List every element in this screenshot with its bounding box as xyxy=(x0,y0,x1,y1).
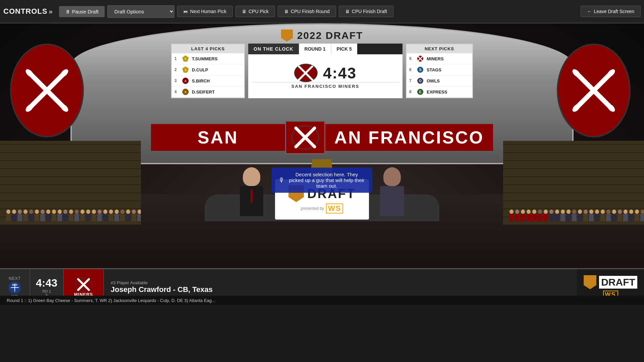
audience-figure xyxy=(86,209,91,221)
next-pick-5-name: MINERS xyxy=(427,56,444,61)
banner-left: SAN xyxy=(151,124,285,151)
audience-figure xyxy=(120,209,125,221)
ticker-text: Round 1 :: 1) Green Bay Cheese - Summers… xyxy=(0,298,215,303)
next-pick-5-icon xyxy=(417,55,424,62)
commentator-left-head xyxy=(243,167,260,186)
audience-figure xyxy=(572,209,577,221)
svg-text:A: A xyxy=(184,79,186,82)
bottom-bar: NEXT IND IND 4:43 RD 1 5 MINERS #3 Playe… xyxy=(0,268,644,305)
banner-right-text: AN FRANCISCO xyxy=(334,127,484,147)
bottom-round-label: RD 1 xyxy=(42,289,51,293)
audience-figure xyxy=(114,209,119,221)
audience-figure xyxy=(515,209,520,221)
audience-figure xyxy=(595,209,599,221)
next-picks-header: NEXT PICKS xyxy=(407,44,472,53)
draft-options-select[interactable]: Draft Options xyxy=(107,5,174,18)
clock-timer: 4:43 xyxy=(323,64,357,82)
draft-title-area: 2022 DRAFT xyxy=(281,29,363,42)
presented-by-text: presented by xyxy=(301,206,324,211)
audience-figure xyxy=(6,209,11,221)
svg-text:O: O xyxy=(419,79,422,83)
audience-figure xyxy=(532,209,537,221)
pick-row-2: 2 J D.CULP xyxy=(172,64,244,75)
clock-team-name: SAN FRANCISCO MINERS xyxy=(291,84,360,89)
audience-figure xyxy=(92,209,96,221)
audience-figure xyxy=(635,209,639,221)
monitor-icon: 🖥 xyxy=(242,9,247,14)
monitor2-icon: 🖥 xyxy=(284,9,289,14)
audience-figure xyxy=(640,209,644,221)
pick-2-icon: J xyxy=(182,66,189,73)
audience-figure xyxy=(80,209,85,221)
audience-figure xyxy=(103,209,108,221)
audience-figure xyxy=(57,209,62,221)
next-pick-7-icon: O xyxy=(417,77,424,84)
controls-text: CONTROLS xyxy=(3,7,47,16)
cpu-finish-round-button[interactable]: 🖥 CPU Finish Round xyxy=(278,6,336,17)
top-bar: CONTROLS » ⏸ Pause Draft Draft Options ⏭… xyxy=(0,0,644,23)
audience-figure xyxy=(35,209,39,221)
pause-button[interactable]: ⏸ Pause Draft xyxy=(59,6,105,17)
round-label: ROUND 1 xyxy=(299,44,331,54)
clock-miners-logo xyxy=(297,66,315,80)
next-pick-row-8: 8 E EXPRESS xyxy=(407,86,472,98)
bottom-timer: 4:43 xyxy=(36,277,57,289)
scoreboard: LAST 4 PICKS 1 T T.SUMMERS 2 J D.CULP 3 xyxy=(171,44,473,98)
player-available-label: #3 Player Available xyxy=(111,280,570,285)
audience-figure xyxy=(623,209,628,221)
pause-icon: ⏸ xyxy=(65,9,70,14)
audience-figure xyxy=(606,209,611,221)
audience-figure xyxy=(97,209,102,221)
bottom-draft-logo: DRAFT xyxy=(584,275,637,289)
audience-figure xyxy=(137,209,141,221)
audience-figure xyxy=(589,209,594,221)
clock-divider xyxy=(252,82,399,82)
audience-figure xyxy=(52,209,56,221)
banner-area: SAN AN FRANCISCO xyxy=(0,121,644,154)
audience-figure xyxy=(509,209,514,221)
audience-figure xyxy=(538,209,542,221)
svg-text:J: J xyxy=(185,68,186,71)
on-the-clock-label: ON THE CLOCK xyxy=(248,44,299,54)
svg-text:S: S xyxy=(184,90,186,94)
banner-center-logo xyxy=(285,121,325,154)
bottom-draft-text: DRAFT xyxy=(599,276,637,289)
cpu-finish-draft-button[interactable]: 🖥 CPU Finish Draft xyxy=(339,6,393,17)
audience-figure xyxy=(566,209,571,221)
player-name: Joseph Crawford - CB, Texas xyxy=(111,285,570,294)
pick-4-name: D.SEIFERT xyxy=(192,89,215,95)
audience-figure xyxy=(618,209,622,221)
draft-year-title: 2022 DRAFT xyxy=(297,30,363,41)
monitor3-icon: 🖥 xyxy=(345,9,350,14)
next-label: NEXT xyxy=(9,276,21,281)
audience-figure xyxy=(600,209,605,221)
last-picks-header: LAST 4 PICKS xyxy=(172,44,244,53)
pick-row-3: 3 A S.BIRCH xyxy=(172,75,244,86)
audience-figure xyxy=(40,209,45,221)
bottom-team-logo xyxy=(74,277,93,292)
leave-draft-button[interactable]: ← Leave Draft Screen xyxy=(581,6,641,17)
audience-figure xyxy=(23,209,28,221)
mic-icon: 🎙 xyxy=(278,177,284,184)
draft-presented-row: presented by WS xyxy=(301,203,343,214)
next-pick-7-name: OWLS xyxy=(427,78,440,83)
pick-4-icon: S xyxy=(182,88,189,96)
audience-figure xyxy=(555,209,559,221)
controls-label: CONTROLS » xyxy=(3,7,53,16)
right-team-logo xyxy=(567,69,621,112)
commentary-bubble: 🎙 Decent selection here. They picked up … xyxy=(272,168,372,193)
clock-body: 4:43 SAN FRANCISCO MINERS xyxy=(248,54,402,98)
banner-right: AN FRANCISCO xyxy=(325,124,493,151)
audience-figure xyxy=(74,209,79,221)
bottom-ticker: Round 1 :: 1) Green Bay Cheese - Summers… xyxy=(0,296,644,305)
bottom-shield-icon xyxy=(584,275,596,289)
banner-miners-logo xyxy=(290,124,320,151)
pick-label: PICK 5 xyxy=(331,44,357,54)
pick-3-name: S.BIRCH xyxy=(192,78,210,83)
next-human-pick-button[interactable]: ⏭ Next Human Pick xyxy=(177,6,233,17)
audience-figure xyxy=(521,209,525,221)
pick-3-icon: A xyxy=(182,77,189,84)
wssn-logo: WS xyxy=(326,203,343,214)
cpu-pick-button[interactable]: 🖥 CPU Pick xyxy=(235,6,275,17)
ind-team-icon: IND xyxy=(7,281,22,294)
